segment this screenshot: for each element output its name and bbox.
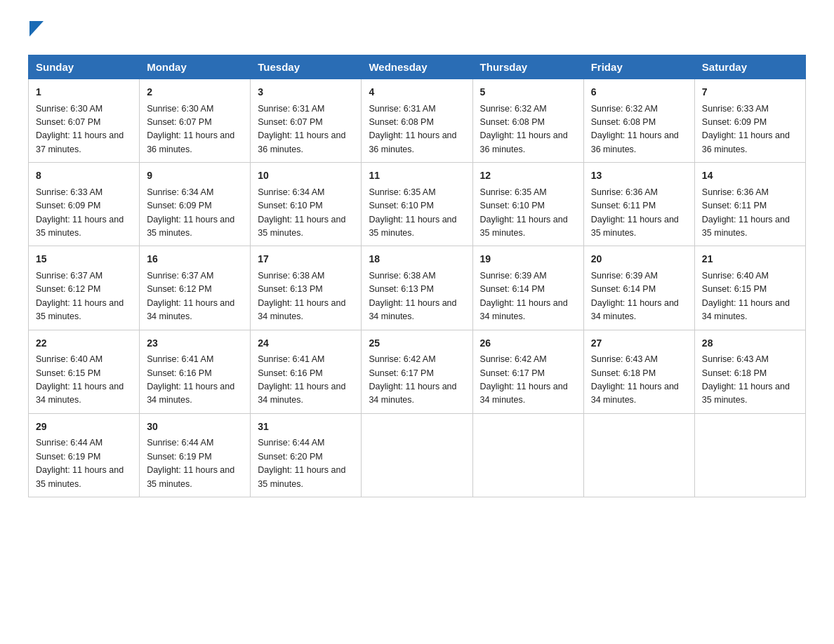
daylight-text: Daylight: 11 hours and 34 minutes. — [369, 298, 456, 321]
week-row-4: 22Sunrise: 6:40 AMSunset: 6:15 PMDayligh… — [29, 330, 806, 413]
daylight-text: Daylight: 11 hours and 35 minutes. — [702, 382, 790, 405]
day-cell — [362, 413, 472, 497]
daylight-text: Daylight: 11 hours and 35 minutes. — [147, 215, 234, 238]
sunrise-text: Sunrise: 6:41 AM — [147, 354, 213, 364]
sunrise-text: Sunrise: 6:38 AM — [369, 271, 435, 281]
day-number: 17 — [258, 252, 354, 267]
sunrise-text: Sunrise: 6:44 AM — [258, 438, 324, 448]
sunrise-text: Sunrise: 6:34 AM — [147, 187, 213, 197]
day-cell — [583, 413, 694, 497]
sunrise-text: Sunrise: 6:32 AM — [480, 104, 547, 114]
day-cell: 26Sunrise: 6:42 AMSunset: 6:17 PMDayligh… — [472, 330, 583, 413]
week-row-2: 8Sunrise: 6:33 AMSunset: 6:09 PMDaylight… — [29, 163, 806, 246]
daylight-text: Daylight: 11 hours and 35 minutes. — [36, 215, 124, 238]
daylight-text: Daylight: 11 hours and 36 minutes. — [147, 130, 234, 154]
day-cell: 5Sunrise: 6:32 AMSunset: 6:08 PMDaylight… — [472, 79, 583, 163]
sunset-text: Sunset: 6:17 PM — [369, 368, 433, 378]
sunset-text: Sunset: 6:08 PM — [480, 117, 545, 127]
day-number: 30 — [147, 420, 243, 435]
day-number: 13 — [591, 168, 687, 184]
daylight-text: Daylight: 11 hours and 34 minutes. — [258, 382, 345, 405]
day-cell: 2Sunrise: 6:30 AMSunset: 6:07 PMDaylight… — [140, 79, 251, 163]
logo — [28, 21, 44, 41]
day-number: 31 — [258, 420, 354, 435]
logo-icon — [28, 21, 44, 42]
day-cell: 1Sunrise: 6:30 AMSunset: 6:07 PMDaylight… — [29, 79, 140, 163]
day-number: 21 — [702, 252, 798, 267]
sunrise-text: Sunrise: 6:34 AM — [258, 187, 324, 197]
daylight-text: Daylight: 11 hours and 34 minutes. — [369, 382, 456, 405]
day-cell: 23Sunrise: 6:41 AMSunset: 6:16 PMDayligh… — [140, 330, 251, 413]
day-number: 2 — [147, 85, 243, 100]
day-number: 29 — [36, 420, 132, 435]
daylight-text: Daylight: 11 hours and 34 minutes. — [591, 382, 679, 405]
day-number: 27 — [591, 336, 687, 351]
daylight-text: Daylight: 11 hours and 36 minutes. — [258, 130, 345, 154]
daylight-text: Daylight: 11 hours and 35 minutes. — [702, 215, 790, 238]
sunrise-text: Sunrise: 6:33 AM — [36, 187, 102, 197]
header-cell-sunday: Sunday — [29, 55, 140, 79]
sunset-text: Sunset: 6:18 PM — [591, 368, 656, 378]
sunrise-text: Sunrise: 6:40 AM — [36, 354, 102, 364]
sunset-text: Sunset: 6:08 PM — [369, 117, 433, 127]
day-number: 23 — [147, 336, 243, 351]
page-header — [28, 21, 806, 41]
header-cell-thursday: Thursday — [472, 55, 583, 79]
sunset-text: Sunset: 6:14 PM — [480, 284, 545, 294]
sunrise-text: Sunrise: 6:37 AM — [36, 271, 102, 281]
day-number: 25 — [369, 336, 465, 351]
day-cell — [694, 413, 805, 497]
daylight-text: Daylight: 11 hours and 35 minutes. — [36, 298, 124, 321]
day-number: 16 — [147, 252, 243, 267]
day-cell: 7Sunrise: 6:33 AMSunset: 6:09 PMDaylight… — [694, 79, 805, 163]
daylight-text: Daylight: 11 hours and 34 minutes. — [147, 298, 234, 321]
sunset-text: Sunset: 6:14 PM — [591, 284, 656, 294]
header-cell-wednesday: Wednesday — [362, 55, 472, 79]
header-cell-tuesday: Tuesday — [251, 55, 362, 79]
daylight-text: Daylight: 11 hours and 36 minutes. — [702, 130, 790, 154]
sunset-text: Sunset: 6:15 PM — [702, 284, 767, 294]
day-number: 11 — [369, 168, 465, 184]
day-number: 8 — [36, 168, 132, 184]
daylight-text: Daylight: 11 hours and 36 minutes. — [369, 130, 456, 154]
day-cell: 27Sunrise: 6:43 AMSunset: 6:18 PMDayligh… — [583, 330, 694, 413]
week-row-1: 1Sunrise: 6:30 AMSunset: 6:07 PMDaylight… — [29, 79, 806, 163]
sunset-text: Sunset: 6:09 PM — [36, 201, 100, 210]
sunset-text: Sunset: 6:07 PM — [258, 117, 322, 127]
sunset-text: Sunset: 6:10 PM — [258, 201, 322, 210]
sunset-text: Sunset: 6:07 PM — [36, 117, 100, 127]
day-number: 6 — [591, 85, 687, 100]
day-cell: 31Sunrise: 6:44 AMSunset: 6:20 PMDayligh… — [251, 413, 362, 497]
day-cell: 13Sunrise: 6:36 AMSunset: 6:11 PMDayligh… — [583, 163, 694, 246]
sunset-text: Sunset: 6:13 PM — [369, 284, 433, 294]
calendar-table: SundayMondayTuesdayWednesdayThursdayFrid… — [28, 55, 806, 497]
sunset-text: Sunset: 6:17 PM — [480, 368, 545, 378]
daylight-text: Daylight: 11 hours and 34 minutes. — [258, 298, 345, 321]
logo-triangle-icon — [29, 21, 44, 36]
sunrise-text: Sunrise: 6:39 AM — [480, 271, 547, 281]
day-number: 20 — [591, 252, 687, 267]
day-number: 18 — [369, 252, 465, 267]
day-cell: 29Sunrise: 6:44 AMSunset: 6:19 PMDayligh… — [29, 413, 140, 497]
sunrise-text: Sunrise: 6:39 AM — [591, 271, 658, 281]
day-number: 1 — [36, 85, 132, 100]
header-cell-saturday: Saturday — [694, 55, 805, 79]
sunset-text: Sunset: 6:10 PM — [480, 201, 545, 210]
day-cell: 10Sunrise: 6:34 AMSunset: 6:10 PMDayligh… — [251, 163, 362, 246]
day-cell: 17Sunrise: 6:38 AMSunset: 6:13 PMDayligh… — [251, 246, 362, 330]
daylight-text: Daylight: 11 hours and 34 minutes. — [36, 382, 124, 405]
sunrise-text: Sunrise: 6:31 AM — [369, 104, 435, 114]
sunrise-text: Sunrise: 6:36 AM — [591, 187, 658, 197]
sunset-text: Sunset: 6:09 PM — [147, 201, 211, 210]
sunrise-text: Sunrise: 6:35 AM — [480, 187, 547, 197]
day-number: 19 — [480, 252, 576, 267]
daylight-text: Daylight: 11 hours and 35 minutes. — [36, 465, 124, 488]
day-number: 7 — [702, 85, 798, 100]
sunrise-text: Sunrise: 6:42 AM — [369, 354, 435, 364]
sunrise-text: Sunrise: 6:38 AM — [258, 271, 324, 281]
sunrise-text: Sunrise: 6:43 AM — [591, 354, 658, 364]
daylight-text: Daylight: 11 hours and 35 minutes. — [258, 215, 345, 238]
day-number: 4 — [369, 85, 465, 100]
sunset-text: Sunset: 6:15 PM — [36, 368, 100, 378]
sunrise-text: Sunrise: 6:44 AM — [147, 438, 213, 448]
